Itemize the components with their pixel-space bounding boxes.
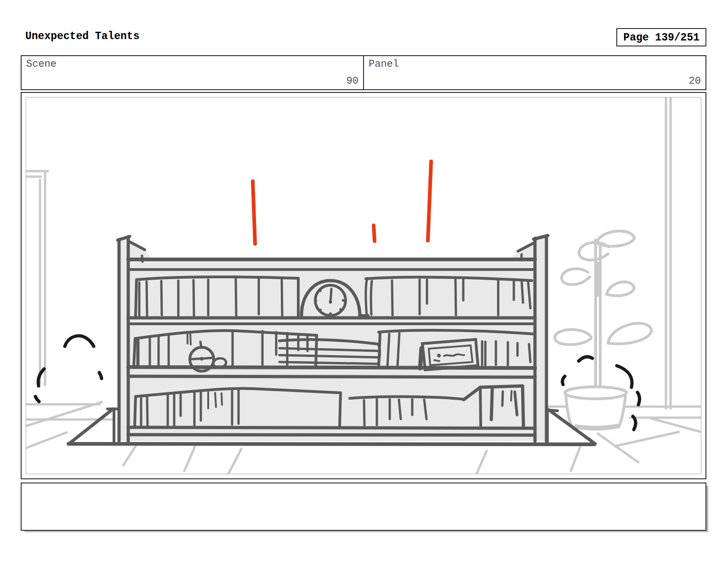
panel-label: Panel [369,58,399,70]
storyboard-panel [21,92,706,479]
page-indicator: Page 139/251 [616,28,706,46]
scene-cell: Scene 90 [22,56,363,89]
panel-value: 20 [689,75,701,87]
panel-cell: Panel 20 [363,56,705,89]
bookshelf [118,236,548,441]
storyboard-sketch [26,98,701,474]
meta-row: Scene 90 Panel 20 [21,55,706,90]
drawing-area [26,97,701,474]
scene-label: Scene [26,58,57,70]
notes-box [21,483,706,531]
scene-value: 90 [347,75,358,87]
potted-plant [555,231,651,429]
project-title: Unexpected Talents [25,30,139,42]
red-motion-lines [253,161,431,244]
